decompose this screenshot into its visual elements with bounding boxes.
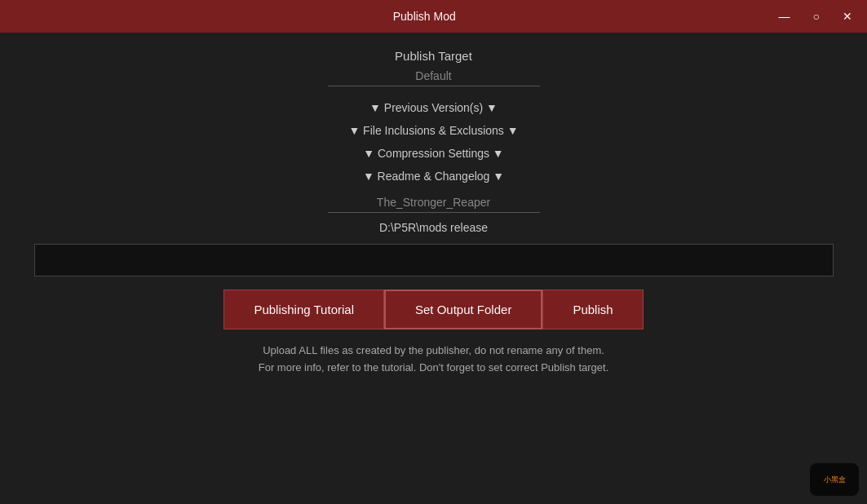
set-output-folder-button[interactable]: Set Output Folder — [384, 290, 542, 329]
publish-target-input[interactable] — [328, 66, 540, 86]
minimize-button[interactable]: — — [774, 8, 795, 24]
watermark: 小黑盒 — [810, 463, 859, 496]
file-inclusions-section[interactable]: ▼ File Inclusions & Exclusions ▼ — [348, 124, 518, 137]
readme-changelog-section[interactable]: ▼ Readme & Changelog ▼ — [363, 170, 504, 183]
title-bar: Publish Mod — ○ ✕ — [0, 0, 867, 33]
publishing-tutorial-button[interactable]: Publishing Tutorial — [223, 290, 384, 329]
watermark-text: 小黑盒 — [824, 475, 846, 485]
window-controls: — ○ ✕ — [774, 8, 857, 24]
output-folder-input[interactable] — [34, 244, 834, 276]
publish-target-label: Publish Target — [395, 49, 472, 63]
restore-button[interactable]: ○ — [808, 8, 825, 24]
username-input[interactable] — [328, 192, 540, 213]
info-text: Upload ALL files as created by the publi… — [259, 343, 609, 377]
path-text: D:\P5R\mods release — [379, 221, 488, 234]
close-button[interactable]: ✕ — [838, 8, 857, 24]
info-line-1: Upload ALL files as created by the publi… — [259, 343, 609, 360]
window-title: Publish Mod — [75, 10, 774, 23]
previous-versions-section[interactable]: ▼ Previous Version(s) ▼ — [369, 101, 498, 114]
publish-button[interactable]: Publish — [542, 290, 643, 329]
compression-settings-section[interactable]: ▼ Compression Settings ▼ — [363, 147, 503, 160]
info-line-2: For more info, refer to the tutorial. Do… — [259, 360, 609, 377]
action-buttons: Publishing Tutorial Set Output Folder Pu… — [223, 290, 643, 329]
main-content: Publish Target ▼ Previous Version(s) ▼ ▼… — [0, 33, 867, 504]
